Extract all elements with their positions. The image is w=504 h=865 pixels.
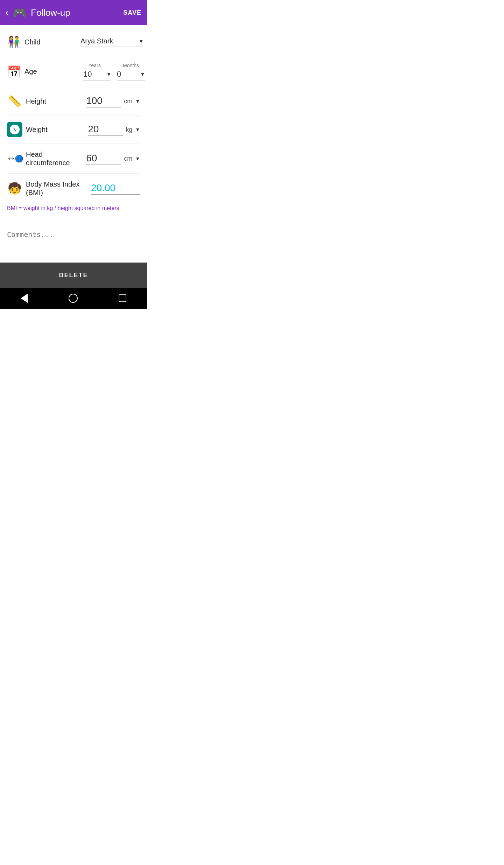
age-labels: Years Months [80, 63, 145, 68]
form-area: 👫 Child Arya Stark ▼ 📅 Age Years Months [0, 25, 147, 263]
weight-unit-select[interactable]: kg ▼ [126, 126, 140, 133]
scale-needle [13, 127, 16, 131]
height-icon: 📏 [7, 93, 22, 109]
child-label: Child [24, 38, 80, 46]
child-value: Arya Stark [80, 37, 113, 45]
scale-icon [7, 122, 22, 137]
weight-label: Weight [26, 126, 82, 134]
bmi-label-line2: (BMI) [26, 189, 43, 196]
delete-bar[interactable]: DELETE [0, 263, 147, 288]
years-label: Years [80, 63, 108, 68]
height-label: Height [26, 97, 82, 105]
nav-back-button[interactable] [21, 294, 28, 303]
nav-home-button[interactable] [69, 294, 78, 303]
bmi-note: BMI = weight in kg / height squared in m… [0, 203, 147, 221]
age-controls: Years Months 10 ▼ 0 ▼ [80, 63, 145, 81]
child-controls: Arya Stark ▼ [80, 37, 144, 47]
save-button[interactable]: SAVE [123, 9, 141, 16]
nav-home-icon [69, 294, 78, 303]
nav-back-icon [21, 294, 28, 303]
years-chevron-icon: ▼ [106, 71, 111, 77]
child-row: 👫 Child Arya Stark ▼ [0, 28, 147, 56]
bmi-controls: 20.00 [82, 182, 140, 195]
header-icon: 🎮 [13, 6, 27, 19]
years-value: 10 [83, 70, 92, 79]
child-chevron-icon: ▼ [139, 39, 144, 44]
bmi-label-line1: Body Mass Index [26, 180, 79, 188]
age-group: Years Months 10 ▼ 0 ▼ [80, 63, 145, 81]
bmi-label: Body Mass Index (BMI) [26, 180, 82, 197]
height-unit-chevron-icon: ▼ [135, 98, 140, 104]
head-circumference-controls: cm ▼ [82, 153, 140, 165]
back-button[interactable]: ‹ [6, 8, 8, 18]
head-circumference-unit-chevron-icon: ▼ [135, 156, 140, 161]
months-label: Months [117, 63, 145, 68]
height-row: 📏 Height cm ▼ [0, 87, 147, 115]
header: ‹ 🎮 Follow-up SAVE [0, 0, 147, 25]
months-chevron-icon: ▼ [140, 71, 145, 77]
months-value: 0 [117, 70, 121, 79]
height-unit-label: cm [124, 98, 132, 105]
bmi-row: 🧒 Body Mass Index (BMI) 20.00 [0, 174, 147, 203]
weight-input[interactable] [88, 124, 123, 136]
nav-recents-button[interactable] [119, 294, 126, 302]
weight-unit-label: kg [126, 126, 132, 133]
height-controls: cm ▼ [82, 95, 140, 107]
comments-input[interactable] [7, 230, 140, 247]
head-label-line2: circumference [26, 159, 70, 167]
nav-recents-icon [119, 294, 126, 302]
page-title: Follow-up [31, 7, 123, 18]
comments-area [0, 221, 147, 263]
scale-inner [10, 125, 20, 134]
age-icon: 📅 [7, 64, 21, 79]
head-circumference-unit-label: cm [124, 155, 132, 162]
head-circumference-icon: ↔ 🔵 [7, 151, 22, 166]
years-select[interactable]: 10 ▼ [83, 70, 111, 81]
head-circumference-unit-select[interactable]: cm ▼ [124, 155, 140, 162]
child-select[interactable]: Arya Stark ▼ [80, 37, 144, 47]
head-label-line1: Head [26, 151, 43, 158]
height-unit-select[interactable]: cm ▼ [124, 98, 140, 105]
age-label: Age [24, 68, 80, 76]
nav-bar [0, 288, 147, 309]
months-select[interactable]: 0 ▼ [117, 70, 145, 81]
child-icon: 👫 [7, 34, 21, 50]
age-selects: 10 ▼ 0 ▼ [83, 70, 145, 81]
delete-label: DELETE [59, 272, 88, 279]
weight-unit-chevron-icon: ▼ [135, 127, 140, 132]
head-circumference-row: ↔ 🔵 Head circumference cm ▼ [0, 144, 147, 173]
bmi-icon: 🧒 [7, 181, 22, 196]
bmi-value: 20.00 [91, 182, 140, 195]
age-row: 📅 Age Years Months 10 ▼ 0 ▼ [0, 56, 147, 87]
weight-controls: kg ▼ [82, 124, 140, 136]
head-circumference-input[interactable] [86, 153, 121, 165]
height-input[interactable] [86, 95, 121, 107]
weight-icon-container [7, 122, 22, 137]
head-circumference-label: Head circumference [26, 150, 82, 167]
weight-row: Weight kg ▼ [0, 116, 147, 144]
